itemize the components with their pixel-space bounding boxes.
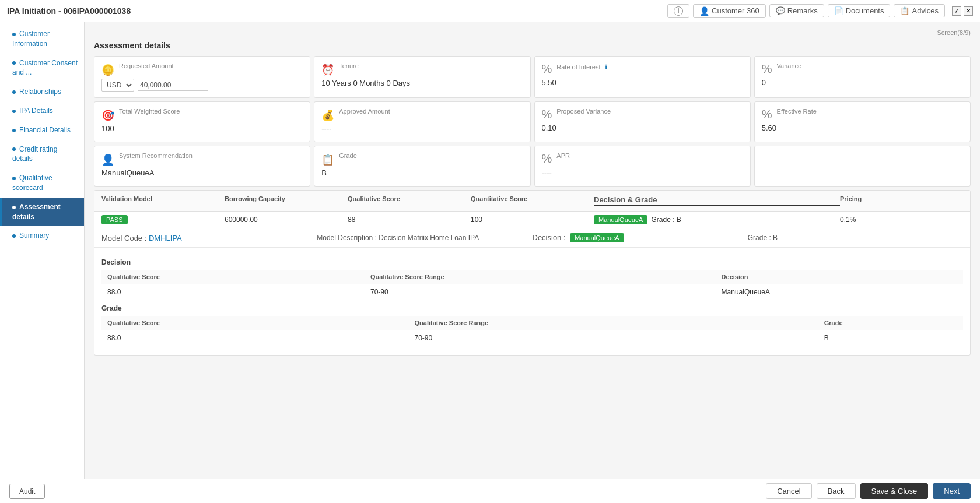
model-decision-cell: Decision : ManualQueueA [533, 233, 748, 242]
grade-th-score-range: Qualitative Score Range [409, 316, 818, 330]
tenure-label: Tenure [339, 62, 359, 69]
header-quantitative-score: Quantitative Score [471, 195, 594, 206]
money-icon: 🪙 [102, 64, 114, 76]
window-controls: ⤢ ✕ [952, 6, 973, 16]
card-approved-amount: 💰 Approved Amount ---- [314, 101, 530, 142]
approved-icon: 💰 [321, 109, 334, 122]
title-bar-actions: i 👤 Customer 360 💬 Remarks 📄 Documents 📋… [667, 4, 973, 18]
section-title: Assessment details [94, 41, 971, 50]
user-icon: 👤 [102, 153, 114, 166]
back-button[interactable]: Back [817, 483, 856, 499]
card-effective-rate: % Effective Rate 5.60 [754, 101, 971, 142]
system-recommendation-value: ManualQueueA [102, 168, 303, 177]
model-code-cell: Model Code : DMHLIPA [102, 234, 317, 242]
score-icon: 🎯 [102, 109, 114, 122]
grade-cell-grade: B [818, 330, 963, 346]
manual-queue-badge: ManualQueueA [594, 215, 648, 224]
decision-th-decision: Decision [716, 270, 963, 284]
requested-amount-label: Requested Amount [119, 62, 174, 69]
decision-th-score-range: Qualitative Score Range [365, 270, 716, 284]
audit-button[interactable]: Audit [9, 484, 45, 499]
proposed-variance-label: Proposed Variance [556, 108, 611, 115]
remarks-icon: 💬 [776, 6, 785, 15]
variance-value: 0 [762, 78, 963, 87]
system-recommendation-label: System Recommendation [119, 152, 192, 159]
grade-table-row: 88.0 70-90 B [102, 330, 963, 346]
customer360-button[interactable]: 👤 Customer 360 [693, 4, 766, 18]
sidebar-dot [12, 129, 16, 132]
grade-value: B [321, 168, 523, 177]
close-button[interactable]: ✕ [964, 6, 973, 16]
title-bar: IPA Initiation - 006IPA000001038 i 👤 Cus… [0, 0, 980, 22]
model-code-link[interactable]: DMHLIPA [149, 234, 182, 242]
card-empty [754, 146, 971, 187]
sidebar-item-credit-rating[interactable]: Credit rating details [0, 140, 84, 169]
cards-row1: 🪙 Requested Amount USD ⏰ Tenure 10 Years… [94, 56, 971, 98]
model-info-row: Model Code : DMHLIPA Model Description :… [94, 228, 970, 248]
card-header: % Proposed Variance [542, 108, 743, 121]
sidebar-dot [12, 177, 16, 180]
card-header: 👤 System Recommendation [102, 152, 303, 166]
grade-text: Grade : B [651, 216, 681, 224]
weighted-score-value: 100 [102, 124, 303, 133]
sidebar-item-customer-information[interactable]: Customer Information [0, 24, 84, 54]
advices-button[interactable]: 📋 Advices [894, 4, 945, 17]
sidebar: Customer Information Customer Consent an… [0, 22, 85, 479]
advices-icon: 📋 [900, 6, 909, 15]
grade-label: Grade [339, 152, 357, 159]
sidebar-item-customer-consent[interactable]: Customer Consent and ... [0, 54, 84, 83]
info-icon-rate: ℹ [605, 64, 607, 71]
header-decision-grade: Decision & Grade [594, 195, 840, 206]
sidebar-item-assessment-details[interactable]: Assessment details [0, 198, 84, 227]
footer-left: Audit [9, 484, 45, 499]
next-button[interactable]: Next [933, 483, 971, 499]
header-borrowing-capacity: Borrowing Capacity [225, 195, 348, 206]
customer360-icon: 👤 [699, 6, 709, 16]
card-proposed-variance: % Proposed Variance 0.10 [534, 101, 751, 142]
rate-of-interest-label: Rate of Interest [556, 64, 600, 71]
content-area: Screen(8/9) Assessment details 🪙 Request… [85, 22, 980, 479]
decision-cell-qualitative-score: 88.0 [102, 284, 365, 300]
approved-amount-value: ---- [321, 124, 523, 133]
save-close-button[interactable]: Save & Close [860, 483, 929, 499]
card-rate-of-interest: % Rate of Interest ℹ 5.50 [534, 56, 751, 98]
sidebar-item-ipa-details[interactable]: IPA Details [0, 101, 84, 121]
cancel-button[interactable]: Cancel [766, 483, 811, 499]
model-table-data-row: PASS 600000.00 88 100 ManualQueueA Grade… [94, 212, 970, 228]
sidebar-item-summary[interactable]: Summary [0, 226, 84, 245]
sidebar-item-financial-details[interactable]: Financial Details [0, 121, 84, 140]
variance-label: Variance [777, 62, 802, 69]
card-apr: % APR ---- [534, 146, 751, 187]
decision-table-header-row: Qualitative Score Qualitative Score Rang… [102, 270, 963, 284]
card-system-recommendation: 👤 System Recommendation ManualQueueA [94, 146, 310, 187]
grade-th-qualitative-score: Qualitative Score [102, 316, 409, 330]
decision-cell-decision: ManualQueueA [716, 284, 963, 300]
model-grade-cell: Grade : B [748, 234, 963, 242]
expand-button[interactable]: ⤢ [952, 6, 961, 16]
sidebar-item-qualitative-scorecard[interactable]: Qualitative scorecard [0, 168, 84, 198]
grade-cell-qualitative-score: 88.0 [102, 330, 409, 346]
data-pricing: 0.1% [840, 216, 963, 224]
documents-button[interactable]: 📄 Documents [828, 4, 891, 17]
main-layout: Customer Information Customer Consent an… [0, 22, 980, 479]
sidebar-item-relationships[interactable]: Relationships [0, 82, 84, 101]
decision-th-qualitative-score: Qualitative Score [102, 270, 365, 284]
decision-cell-score-range: 70-90 [365, 284, 716, 300]
currency-select[interactable]: USD [102, 79, 134, 92]
card-header: % Rate of Interest ℹ [542, 62, 743, 76]
remarks-button[interactable]: 💬 Remarks [769, 4, 824, 17]
cards-row2: 🎯 Total Weighted Score 100 💰 Approved Am… [94, 101, 971, 142]
header-pricing: Pricing [840, 195, 963, 206]
grade-cell-score-range: 70-90 [409, 330, 818, 346]
percent-icon: % [542, 62, 552, 76]
info-button[interactable]: i [667, 4, 690, 18]
rate-label-wrapper: Rate of Interest ℹ [556, 62, 607, 71]
data-qualitative-score: 88 [348, 216, 471, 224]
data-quantitative-score: 100 [471, 216, 594, 224]
card-header: 🎯 Total Weighted Score [102, 108, 303, 122]
cards-row3: 👤 System Recommendation ManualQueueA 📋 G… [94, 146, 971, 187]
decision-table-row: 88.0 70-90 ManualQueueA [102, 284, 963, 300]
data-decision-grade: ManualQueueA Grade : B [594, 215, 840, 224]
amount-input[interactable] [138, 80, 208, 91]
card-variance: % Variance 0 [754, 56, 971, 98]
